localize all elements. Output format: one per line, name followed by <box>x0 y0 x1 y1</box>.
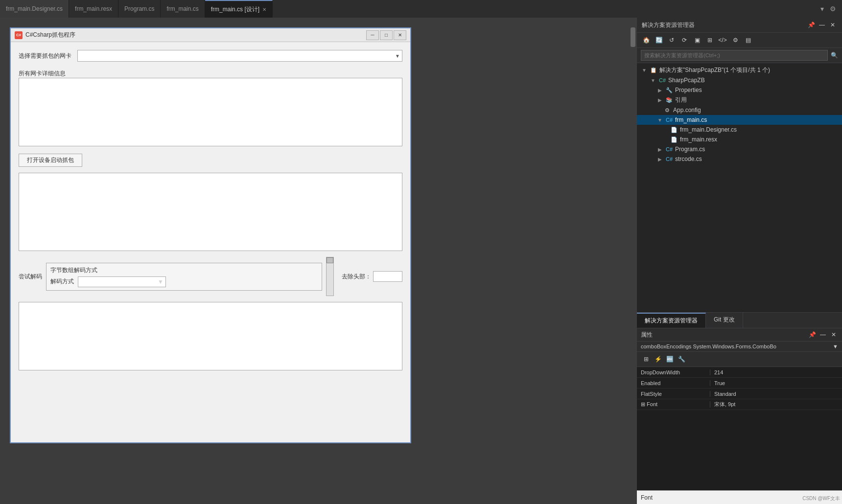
props-name-enabled: Enabled <box>637 380 710 386</box>
se-code-btn[interactable]: </> <box>717 35 728 46</box>
decode-scroll-track[interactable] <box>326 257 334 296</box>
tree-project-root[interactable]: ▼ C# SharpPcapZB <box>637 75 842 85</box>
solution-icon: 📋 <box>650 67 657 74</box>
decoded-output-textarea[interactable] <box>19 302 402 370</box>
props-grid-icon[interactable]: ⊞ <box>641 354 652 365</box>
minimize-button[interactable]: ─ <box>366 30 379 40</box>
frm-resx-label: frm_main.resx <box>680 136 717 143</box>
tab-close-icon[interactable]: ✕ <box>262 7 266 12</box>
tree-frm-designer[interactable]: 📄 frm_main.Designer.cs <box>637 125 842 135</box>
props-unpin-icon[interactable]: — <box>819 330 827 339</box>
tab-git-changes[interactable]: Git 更改 <box>706 313 743 328</box>
open-device-row: 打开设备启动抓包 <box>19 154 402 167</box>
se-prop-btn[interactable]: ⚙ <box>730 35 741 46</box>
tree-app-config[interactable]: ⚙ App.config <box>637 105 842 115</box>
pin-icon[interactable]: 📌 <box>807 21 816 29</box>
props-dropdown-icon[interactable]: ▼ <box>833 344 838 349</box>
win-form-titlebar: C# C#Csharp抓包程序 ─ □ ✕ <box>11 28 410 42</box>
properties-panel: 属性 📌 — ✕ comboBoxEncodings System.Window… <box>637 328 842 504</box>
props-toolbar: ⊞ ⚡ 🔤 🔧 <box>637 352 842 367</box>
cs-child-icon: 📄 <box>670 126 678 134</box>
se-refresh-btn[interactable]: ↺ <box>666 35 677 46</box>
expand-icon[interactable]: ▶ <box>656 146 663 153</box>
solution-explorer-title: 解决方案资源管理器 <box>642 21 807 29</box>
maximize-button[interactable]: □ <box>380 30 393 40</box>
tree-strcode[interactable]: ▶ C# strcode.cs <box>637 154 842 164</box>
tree-references[interactable]: ▶ 📚 引用 <box>637 95 842 105</box>
capture-output-textarea[interactable] <box>19 173 402 251</box>
se-search-input[interactable] <box>641 50 828 61</box>
config-icon: ⚙ <box>663 106 671 114</box>
expand-icon[interactable]: ▶ <box>656 87 663 93</box>
props-value-dropdownwidth[interactable]: 214 <box>710 369 842 375</box>
cs-program-icon: C# <box>665 145 673 153</box>
se-sync-btn[interactable]: 🔄 <box>654 35 664 46</box>
se-tree: ▼ 📋 解决方案"SharpPcapZB"(1 个项目/共 1 个) ▼ C# … <box>637 63 842 312</box>
tree-frm-resx[interactable]: 📄 frm_main.resx <box>637 135 842 144</box>
font-bar-label: Font <box>641 494 653 501</box>
network-select[interactable]: ▼ <box>77 50 402 62</box>
expand-icon[interactable]: ▼ <box>656 116 663 123</box>
tab-actions: ▾ ⚙ <box>815 0 842 18</box>
designer-area: C# C#Csharp抓包程序 ─ □ ✕ 选择需要抓包的网卡 <box>0 18 636 504</box>
header-remove-label: 去除头部： <box>342 273 371 281</box>
header-remove-input[interactable]: 104 <box>373 271 402 282</box>
open-device-button[interactable]: 打开设备启动抓包 <box>19 154 82 167</box>
win-form-buttons: ─ □ ✕ <box>366 30 406 40</box>
expand-icon[interactable]: ▼ <box>650 77 656 84</box>
props-wrench-icon[interactable]: 🔧 <box>676 354 687 365</box>
tab-frm-designer-active[interactable]: frm_main.cs [设计] ✕ <box>205 0 273 18</box>
tree-properties[interactable]: ▶ 🔧 Properties <box>637 85 842 95</box>
decode-label: 尝试解码 <box>19 273 42 281</box>
expand-icon[interactable]: ▶ <box>656 97 663 104</box>
decode-section: 字节数组解码方式 解码方式 ▼ <box>46 263 322 291</box>
tab-frm-main[interactable]: frm_main.cs <box>161 0 205 18</box>
props-value-enabled[interactable]: True <box>710 380 842 386</box>
props-pin-icon[interactable]: 📌 <box>808 330 817 339</box>
close-panel-icon[interactable]: ✕ <box>828 21 837 29</box>
decode-scroll-thumb[interactable] <box>327 257 333 263</box>
se-more-btn[interactable]: ▤ <box>743 35 753 46</box>
tree-solution-root[interactable]: ▼ 📋 解决方案"SharpPcapZB"(1 个项目/共 1 个) <box>637 65 842 75</box>
se-reload-btn[interactable]: ⟳ <box>679 35 690 46</box>
designer-scroll-thumb[interactable] <box>631 27 635 47</box>
header-remove-section: 去除头部： 104 <box>342 271 402 282</box>
tab-frm-designer[interactable]: frm_main.Designer.cs <box>0 0 69 18</box>
props-event-icon[interactable]: ⚡ <box>653 354 663 365</box>
props-value-flatstyle[interactable]: Standard <box>710 391 842 397</box>
all-network-textarea[interactable] <box>19 78 402 146</box>
decode-method-label: 解码方式 <box>50 277 74 286</box>
tab-overflow-icon[interactable]: ▾ <box>819 4 826 14</box>
main-area: C# C#Csharp抓包程序 ─ □ ✕ 选择需要抓包的网卡 <box>0 18 842 504</box>
tree-program[interactable]: ▶ C# Program.cs <box>637 144 842 154</box>
solution-explorer-header: 解决方案资源管理器 📌 — ✕ <box>637 18 842 33</box>
tab-program[interactable]: Program.cs <box>118 0 161 18</box>
props-title: 属性 <box>641 331 808 339</box>
props-icons: 📌 — ✕ <box>808 330 838 339</box>
solution-explorer: 解决方案资源管理器 📌 — ✕ 🏠 🔄 ↺ ⟳ ▣ ⊞ </> ⚙ ▤ <box>637 18 842 328</box>
props-sort-icon[interactable]: 🔤 <box>664 354 675 365</box>
tab-solution-explorer[interactable]: 解决方案资源管理器 <box>637 313 706 328</box>
props-close-icon[interactable]: ✕ <box>829 330 838 339</box>
expand-icon[interactable]: ▶ <box>656 156 663 162</box>
designer-scrollbar[interactable] <box>630 18 636 504</box>
expand-icon[interactable]: ▼ <box>641 67 648 74</box>
tree-frm-main[interactable]: ▼ C# frm_main.cs <box>637 115 842 125</box>
se-split-btn[interactable]: ⊞ <box>704 35 715 46</box>
tab-label: frm_main.Designer.cs <box>6 5 63 12</box>
win-form-icon: C# <box>15 31 23 39</box>
se-window-btn[interactable]: ▣ <box>692 35 702 46</box>
solution-label: 解决方案"SharpPcapZB"(1 个项目/共 1 个) <box>659 66 770 74</box>
se-home-btn[interactable]: 🏠 <box>641 35 652 46</box>
project-label: SharpPcapZB <box>668 77 705 84</box>
props-value-font[interactable]: 宋体, 9pt <box>710 401 842 408</box>
se-search-icon[interactable]: 🔍 <box>831 52 838 59</box>
close-button[interactable]: ✕ <box>394 30 406 40</box>
network-row: 选择需要抓包的网卡 ▼ <box>19 50 402 62</box>
tab-label: frm_main.resx <box>75 5 112 12</box>
decode-method-select[interactable]: ▼ <box>78 276 166 287</box>
unpin-icon[interactable]: — <box>818 21 826 29</box>
project-icon: C# <box>658 76 666 84</box>
tab-settings-icon[interactable]: ⚙ <box>828 4 838 14</box>
tab-frm-resx[interactable]: frm_main.resx <box>69 0 118 18</box>
